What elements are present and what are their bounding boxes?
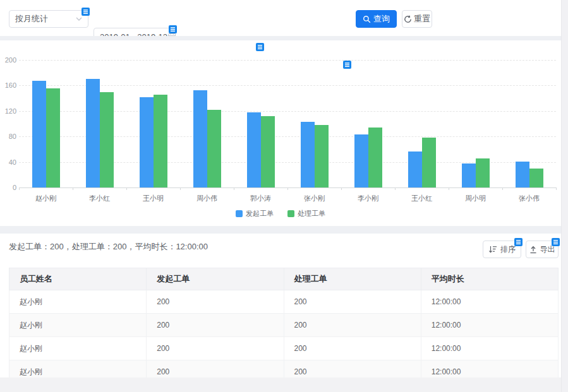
chevron-down-icon — [76, 17, 82, 21]
component-list-badge-icon[interactable] — [514, 238, 523, 246]
sort-button[interactable]: 排序 — [483, 241, 521, 258]
legend-label: 处理工单 — [298, 209, 325, 218]
reset-button[interactable]: 重置 — [402, 10, 432, 28]
legend-item-发起工单[interactable]: 发起工单 — [236, 209, 274, 218]
table-column-header: 发起工单 — [147, 268, 284, 290]
x-axis-tick-mark — [502, 187, 503, 190]
table-column-header: 员工姓名 — [9, 268, 147, 290]
grid-line — [19, 85, 556, 86]
y-axis-tick-label: 80 — [1, 133, 16, 140]
component-list-badge-icon[interactable] — [552, 238, 560, 246]
table-column-header: 平均时长 — [421, 268, 558, 290]
section-divider — [0, 36, 561, 40]
x-axis-category-label: 王小明 — [126, 194, 180, 203]
statistics-table-section: 发起工单：200，处理工单：200，平均时长：12:00:00 排序 导出 员工… — [0, 234, 561, 377]
workorder-bar-chart-card: 04080120160200赵小刚李小红王小明周小伟郭小涛张小刚李小刚王小红周小… — [0, 40, 561, 226]
table-cell: 200 — [284, 360, 421, 378]
x-axis-category-label: 赵小刚 — [19, 194, 73, 203]
x-axis-tick-mark — [180, 187, 181, 190]
bar-处理工单-王小明 — [154, 95, 167, 187]
sort-icon — [488, 246, 497, 253]
refresh-icon — [404, 15, 412, 23]
x-axis-tick-mark — [126, 187, 127, 190]
table-cell: 12:00:00 — [421, 314, 558, 337]
x-axis-category-label: 周小伟 — [180, 194, 234, 203]
x-axis-category-label: 郭小涛 — [234, 194, 287, 203]
table-cell: 200 — [284, 290, 421, 314]
bar-发起工单-郭小涛 — [247, 112, 261, 187]
bar-处理工单-张小刚 — [315, 125, 329, 187]
component-list-badge-icon[interactable] — [169, 25, 177, 33]
stat-type-value: 按月统计 — [15, 13, 48, 25]
table-cell: 200 — [147, 314, 284, 337]
table-cell: 赵小刚 — [9, 314, 147, 337]
table-cell: 200 — [284, 314, 421, 337]
employee-stats-table: 员工姓名发起工单处理工单平均时长 赵小刚20020012:00:00赵小刚200… — [9, 268, 559, 377]
table-cell: 200 — [147, 290, 284, 314]
table-cell: 赵小刚 — [9, 337, 147, 360]
legend-swatch-icon — [236, 210, 243, 217]
summary-totals-text: 发起工单：200，处理工单：200，平均时长：12:00:00 — [9, 241, 208, 252]
export-button[interactable]: 导出 — [526, 241, 559, 258]
filter-toolbar: 按月统计 2019-01 - 2019-12 选择部门 — [0, 0, 561, 36]
x-axis-category-label: 张小刚 — [287, 194, 341, 203]
x-axis-category-label: 周小明 — [449, 194, 502, 203]
vertical-scrollbar[interactable] — [561, 0, 568, 392]
export-icon — [529, 246, 537, 254]
bar-处理工单-李小红 — [100, 92, 114, 188]
legend-label: 发起工单 — [246, 209, 274, 218]
stat-type-select[interactable]: 按月统计 — [9, 10, 88, 28]
y-axis-tick-label: 160 — [1, 81, 16, 89]
bar-发起工单-王小红 — [408, 151, 422, 187]
bar-处理工单-郭小涛 — [261, 116, 275, 187]
x-axis-tick-mark — [19, 187, 20, 190]
bar-发起工单-周小明 — [462, 163, 476, 187]
table-cell: 赵小刚 — [9, 290, 147, 314]
x-axis-category-label: 李小红 — [73, 194, 126, 203]
bar-发起工单-王小明 — [140, 97, 154, 187]
section-divider — [0, 226, 561, 234]
table-row: 赵小刚20020012:00:00 — [9, 314, 559, 337]
query-button[interactable]: 查询 — [356, 10, 397, 28]
bar-发起工单-李小红 — [86, 79, 100, 187]
x-axis-tick-mark — [341, 187, 342, 190]
table-header: 员工姓名发起工单处理工单平均时长 — [9, 268, 559, 290]
table-cell: 赵小刚 — [9, 360, 147, 378]
bar-处理工单-李小刚 — [368, 128, 382, 187]
x-axis-tick-mark — [395, 187, 396, 190]
table-body: 赵小刚20020012:00:00赵小刚20020012:00:00赵小刚200… — [9, 290, 559, 378]
table-cell: 12:00:00 — [421, 290, 558, 314]
query-button-label: 查询 — [373, 13, 390, 25]
bar-处理工单-赵小刚 — [46, 88, 60, 187]
search-icon — [363, 15, 371, 23]
y-axis-tick-label: 0 — [1, 184, 16, 191]
bar-发起工单-张小刚 — [301, 122, 315, 187]
y-axis-tick-label: 200 — [1, 56, 16, 64]
sort-button-label: 排序 — [500, 244, 516, 255]
legend-swatch-icon — [287, 210, 294, 217]
table-column-header: 处理工单 — [284, 268, 421, 290]
bar-chart-plot-area[interactable]: 04080120160200赵小刚李小红王小明周小伟郭小涛张小刚李小刚王小红周小… — [19, 60, 556, 188]
table-cell: 200 — [147, 337, 284, 360]
table-cell: 12:00:00 — [421, 360, 558, 378]
workorder-statistics-page: 按月统计 2019-01 - 2019-12 选择部门 — [0, 0, 568, 392]
component-list-badge-icon[interactable] — [343, 61, 351, 69]
bar-发起工单-张小伟 — [516, 162, 529, 187]
x-axis-category-label: 李小刚 — [341, 194, 395, 203]
bar-发起工单-周小伟 — [193, 90, 207, 187]
table-row: 赵小刚20020012:00:00 — [9, 337, 559, 360]
x-axis-tick-mark — [449, 187, 449, 190]
chart-legend: 发起工单处理工单 — [0, 209, 561, 218]
x-axis-category-label: 张小伟 — [502, 194, 556, 203]
y-axis-tick-label: 120 — [1, 107, 16, 115]
table-cell: 12:00:00 — [421, 337, 558, 360]
bar-处理工单-张小伟 — [529, 169, 543, 187]
legend-item-处理工单[interactable]: 处理工单 — [287, 209, 325, 218]
table-cell: 200 — [284, 337, 421, 360]
table-row: 赵小刚20020012:00:00 — [9, 290, 559, 314]
component-list-badge-icon[interactable] — [256, 43, 264, 51]
x-axis-tick-mark — [73, 187, 73, 190]
x-axis-category-label: 王小红 — [395, 194, 449, 203]
component-list-badge-icon[interactable] — [82, 8, 90, 16]
x-axis-tick-mark — [234, 187, 234, 190]
